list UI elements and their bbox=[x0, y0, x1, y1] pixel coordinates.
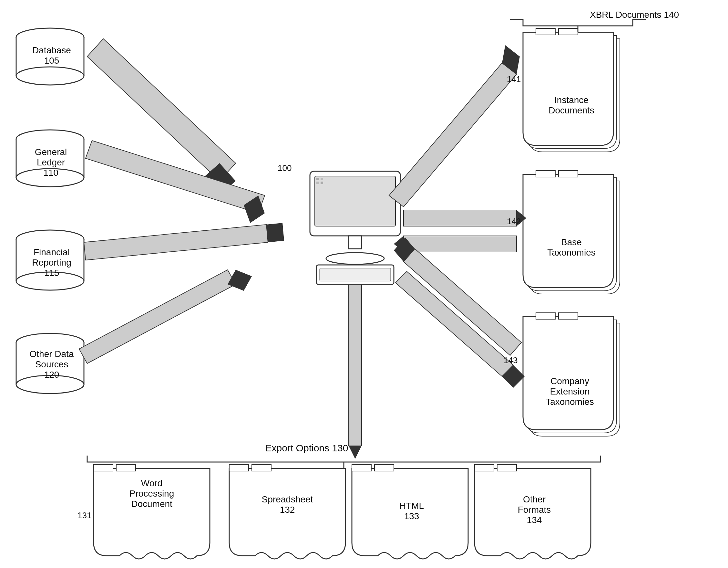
database-label: Database 105 bbox=[23, 45, 81, 66]
svg-marker-55 bbox=[389, 63, 517, 207]
svg-rect-25 bbox=[316, 178, 319, 180]
svg-rect-28 bbox=[321, 181, 323, 184]
center-label: 100 bbox=[278, 163, 292, 173]
svg-marker-65 bbox=[349, 284, 362, 446]
word-processing-number: 131 bbox=[77, 511, 91, 521]
export-options-label: Export Options 130 bbox=[226, 443, 387, 454]
svg-marker-53 bbox=[79, 270, 236, 364]
svg-marker-52 bbox=[266, 223, 284, 242]
word-processing-label: Word Processing Document bbox=[94, 478, 210, 509]
svg-rect-39 bbox=[94, 465, 113, 471]
svg-rect-34 bbox=[559, 28, 578, 35]
svg-rect-40 bbox=[116, 465, 136, 471]
company-extension-label: 143 Company Extension Taxonomies bbox=[520, 356, 620, 407]
svg-point-8 bbox=[16, 130, 84, 148]
svg-rect-46 bbox=[497, 465, 517, 471]
xbrl-documents-label: XBRL Documents 140 bbox=[573, 10, 696, 20]
financial-reporting-label: Financial Reporting 115 bbox=[19, 247, 84, 278]
svg-point-13 bbox=[16, 230, 84, 248]
svg-marker-63 bbox=[395, 271, 513, 377]
svg-marker-49 bbox=[86, 140, 265, 213]
svg-point-30 bbox=[326, 253, 384, 264]
svg-rect-42 bbox=[252, 465, 271, 471]
svg-point-7 bbox=[16, 67, 84, 85]
base-taxonomies-label: 142 Base Taxonomies bbox=[523, 216, 620, 258]
svg-rect-27 bbox=[316, 181, 319, 184]
svg-rect-45 bbox=[475, 465, 494, 471]
svg-rect-24 bbox=[315, 176, 395, 226]
spreadsheet-label: Spreadsheet 132 bbox=[229, 494, 345, 515]
other-formats-label: Other Formats 134 bbox=[476, 494, 592, 525]
svg-rect-43 bbox=[352, 465, 371, 471]
svg-marker-48 bbox=[205, 163, 236, 194]
svg-marker-59 bbox=[404, 236, 517, 252]
svg-marker-51 bbox=[84, 224, 268, 260]
svg-marker-54 bbox=[228, 270, 252, 291]
html-label: HTML 133 bbox=[354, 501, 470, 522]
svg-marker-47 bbox=[87, 39, 236, 181]
svg-marker-56 bbox=[502, 45, 520, 74]
svg-rect-37 bbox=[536, 313, 555, 319]
diagram-container: Database 105 General Ledger 110 Financia… bbox=[0, 0, 728, 568]
svg-rect-44 bbox=[374, 465, 394, 471]
svg-rect-41 bbox=[229, 465, 249, 471]
svg-rect-35 bbox=[536, 170, 555, 177]
svg-marker-60 bbox=[394, 236, 404, 252]
svg-rect-38 bbox=[559, 313, 578, 319]
svg-rect-26 bbox=[321, 178, 323, 180]
svg-marker-61 bbox=[404, 249, 521, 356]
svg-rect-31 bbox=[316, 265, 394, 284]
svg-marker-50 bbox=[244, 195, 265, 223]
svg-point-3 bbox=[16, 28, 84, 46]
svg-marker-57 bbox=[404, 210, 517, 226]
svg-rect-29 bbox=[349, 236, 362, 249]
general-ledger-label: General Ledger 110 bbox=[21, 147, 81, 178]
svg-rect-23 bbox=[310, 171, 400, 236]
svg-rect-33 bbox=[536, 28, 555, 35]
instance-documents-label: 141 Instance Documents bbox=[523, 74, 620, 116]
svg-rect-36 bbox=[559, 170, 578, 177]
svg-rect-32 bbox=[320, 268, 391, 281]
svg-marker-62 bbox=[394, 237, 415, 262]
other-data-sources-label: Other Data Sources 120 bbox=[19, 349, 84, 380]
